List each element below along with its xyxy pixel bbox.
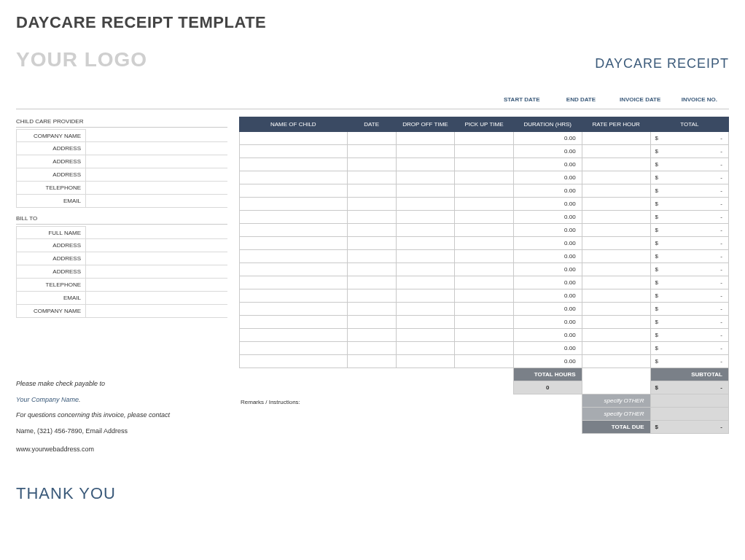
table-cell[interactable] <box>455 184 514 198</box>
table-cell[interactable]: 0.00 <box>513 276 582 289</box>
table-cell[interactable] <box>396 250 455 263</box>
table-cell[interactable] <box>240 263 348 276</box>
table-cell[interactable] <box>582 132 650 145</box>
table-cell[interactable] <box>240 132 348 145</box>
table-cell[interactable] <box>455 342 514 355</box>
field-input[interactable] <box>86 142 227 155</box>
table-cell[interactable]: $- <box>650 237 728 250</box>
table-cell[interactable] <box>347 250 396 263</box>
table-cell[interactable]: $- <box>650 289 728 303</box>
table-cell[interactable] <box>582 355 650 368</box>
table-cell[interactable] <box>240 184 348 198</box>
table-cell[interactable] <box>347 158 396 171</box>
table-cell[interactable]: 0.00 <box>513 132 582 145</box>
table-cell[interactable] <box>240 316 348 329</box>
other2-value[interactable] <box>650 408 728 421</box>
table-cell[interactable] <box>455 250 514 263</box>
table-cell[interactable] <box>582 316 650 329</box>
table-cell[interactable]: 0.00 <box>513 263 582 276</box>
table-cell[interactable] <box>455 211 514 224</box>
table-cell[interactable] <box>455 289 514 303</box>
table-cell[interactable] <box>396 237 455 250</box>
table-cell[interactable] <box>347 342 396 355</box>
table-cell[interactable]: $- <box>650 329 728 342</box>
field-input[interactable] <box>86 168 227 182</box>
table-cell[interactable] <box>347 276 396 289</box>
table-cell[interactable]: $- <box>650 171 728 184</box>
table-cell[interactable] <box>347 198 396 211</box>
field-input[interactable] <box>86 279 227 292</box>
table-cell[interactable] <box>240 355 348 368</box>
table-cell[interactable]: $- <box>650 250 728 263</box>
table-cell[interactable]: 0.00 <box>513 316 582 329</box>
table-cell[interactable] <box>347 355 396 368</box>
table-cell[interactable] <box>396 158 455 171</box>
table-cell[interactable] <box>240 158 348 171</box>
table-cell[interactable] <box>582 250 650 263</box>
table-cell[interactable] <box>455 224 514 237</box>
table-cell[interactable] <box>455 355 514 368</box>
table-cell[interactable]: 0.00 <box>513 342 582 355</box>
table-cell[interactable]: 0.00 <box>513 184 582 198</box>
table-cell[interactable] <box>240 342 348 355</box>
table-cell[interactable] <box>455 237 514 250</box>
table-cell[interactable] <box>396 303 455 316</box>
table-cell[interactable] <box>582 211 650 224</box>
table-cell[interactable] <box>240 145 348 158</box>
table-cell[interactable] <box>455 263 514 276</box>
table-cell[interactable] <box>582 198 650 211</box>
table-cell[interactable] <box>347 329 396 342</box>
table-cell[interactable] <box>240 237 348 250</box>
field-input[interactable] <box>86 265 227 279</box>
field-input[interactable] <box>86 226 227 239</box>
table-cell[interactable]: $- <box>650 145 728 158</box>
field-input[interactable] <box>86 182 227 195</box>
table-cell[interactable] <box>240 171 348 184</box>
table-cell[interactable] <box>347 171 396 184</box>
table-cell[interactable] <box>347 303 396 316</box>
table-cell[interactable]: 0.00 <box>513 224 582 237</box>
table-cell[interactable]: 0.00 <box>513 303 582 316</box>
table-cell[interactable]: $- <box>650 198 728 211</box>
table-cell[interactable]: $- <box>650 263 728 276</box>
table-cell[interactable]: $- <box>650 158 728 171</box>
table-cell[interactable] <box>347 237 396 250</box>
table-cell[interactable] <box>396 289 455 303</box>
table-cell[interactable] <box>455 198 514 211</box>
table-cell[interactable]: $- <box>650 303 728 316</box>
table-cell[interactable] <box>347 224 396 237</box>
table-cell[interactable]: 0.00 <box>513 329 582 342</box>
table-cell[interactable] <box>347 289 396 303</box>
table-cell[interactable] <box>240 211 348 224</box>
table-cell[interactable] <box>582 171 650 184</box>
table-cell[interactable] <box>396 355 455 368</box>
table-cell[interactable] <box>455 145 514 158</box>
subtotal-value[interactable]: $- <box>650 381 728 394</box>
table-cell[interactable]: $- <box>650 184 728 198</box>
table-cell[interactable]: $- <box>650 224 728 237</box>
table-cell[interactable] <box>582 158 650 171</box>
table-cell[interactable]: 0.00 <box>513 158 582 171</box>
table-cell[interactable] <box>396 224 455 237</box>
field-input[interactable] <box>86 129 227 142</box>
total-due-value[interactable]: $- <box>650 421 728 434</box>
table-cell[interactable] <box>582 342 650 355</box>
table-cell[interactable] <box>396 342 455 355</box>
table-cell[interactable] <box>455 316 514 329</box>
field-input[interactable] <box>86 195 227 208</box>
table-cell[interactable] <box>347 145 396 158</box>
table-cell[interactable] <box>396 263 455 276</box>
table-cell[interactable] <box>347 132 396 145</box>
table-cell[interactable] <box>396 329 455 342</box>
field-input[interactable] <box>86 252 227 265</box>
field-input[interactable] <box>86 305 227 318</box>
table-cell[interactable] <box>240 289 348 303</box>
table-cell[interactable]: 0.00 <box>513 145 582 158</box>
table-cell[interactable]: 0.00 <box>513 198 582 211</box>
table-cell[interactable]: $- <box>650 211 728 224</box>
table-cell[interactable] <box>455 158 514 171</box>
field-input[interactable] <box>86 292 227 305</box>
table-cell[interactable] <box>455 329 514 342</box>
table-cell[interactable] <box>240 198 348 211</box>
table-cell[interactable] <box>240 250 348 263</box>
